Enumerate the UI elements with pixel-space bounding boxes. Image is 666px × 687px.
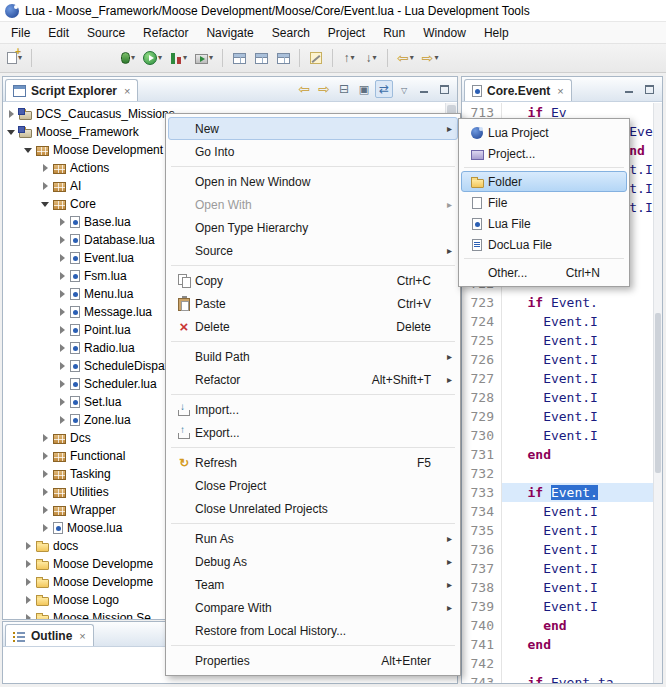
collapse-all-button[interactable]	[335, 80, 353, 98]
grid-view-button[interactable]	[251, 47, 271, 69]
expand-arrow-icon[interactable]	[58, 379, 68, 389]
expand-arrow-icon[interactable]	[41, 433, 51, 443]
focus-button[interactable]	[355, 80, 373, 98]
maximize-button[interactable]	[435, 80, 453, 98]
code-line-729[interactable]: 729 Event.I	[462, 407, 653, 426]
menu-item-close-unrelated-projects[interactable]: Close Unrelated Projects	[168, 497, 458, 520]
next-annotation-button[interactable]: ▾	[361, 47, 381, 69]
menu-item-refactor[interactable]: RefactorAlt+Shift+T▸	[168, 368, 458, 391]
tab-core-event[interactable]: Core.Event ×	[464, 79, 572, 101]
table-view-button[interactable]	[229, 47, 249, 69]
expand-arrow-icon[interactable]	[24, 577, 34, 587]
code-line-734[interactable]: 734 Event.I	[462, 502, 653, 521]
expand-arrow-icon[interactable]	[24, 613, 34, 619]
menu-item-lua-project[interactable]: Lua Project	[461, 122, 627, 143]
menu-item-compare-with[interactable]: Compare With▸	[168, 596, 458, 619]
expand-arrow-icon[interactable]	[41, 505, 51, 515]
code-line-742[interactable]: 742	[462, 654, 653, 673]
expand-arrow-icon[interactable]	[41, 163, 51, 173]
menubar-item-run[interactable]: Run	[374, 23, 414, 43]
expand-arrow-icon[interactable]	[58, 289, 68, 299]
forward-button[interactable]: ▾	[419, 47, 442, 69]
close-icon[interactable]: ×	[124, 85, 130, 97]
menu-item-team[interactable]: Team▸	[168, 573, 458, 596]
collapse-arrow-icon[interactable]	[7, 127, 17, 137]
expand-arrow-icon[interactable]	[58, 271, 68, 281]
code-line-723[interactable]: 723 if Event.	[462, 293, 653, 312]
code-line-726[interactable]: 726 Event.I	[462, 350, 653, 369]
collapse-arrow-icon[interactable]	[41, 199, 51, 209]
view-menu-button[interactable]	[395, 80, 413, 98]
menu-item-doclua-file[interactable]: DocLua File	[461, 234, 627, 255]
expand-arrow-icon[interactable]	[58, 217, 68, 227]
scrollbar-thumb[interactable]	[655, 313, 661, 473]
link-editor-button[interactable]	[375, 80, 393, 98]
expand-arrow-icon[interactable]	[41, 469, 51, 479]
expand-arrow-icon[interactable]	[58, 235, 68, 245]
code-line-741[interactable]: 741 end	[462, 635, 653, 654]
menu-item-lua-file[interactable]: Lua File	[461, 213, 627, 234]
mark-occurrences-button[interactable]	[306, 47, 326, 69]
collapse-arrow-icon[interactable]	[24, 145, 34, 155]
coverage-button[interactable]: ▾	[167, 47, 190, 69]
code-line-738[interactable]: 738 Event.I	[462, 578, 653, 597]
expand-arrow-icon[interactable]	[58, 325, 68, 335]
back-button[interactable]: ▾	[394, 47, 417, 69]
expand-arrow-icon[interactable]	[58, 253, 68, 263]
menu-item-copy[interactable]: CopyCtrl+C	[168, 269, 458, 292]
code-line-725[interactable]: 725 Event.I	[462, 331, 653, 350]
menubar-item-window[interactable]: Window	[414, 23, 475, 43]
menu-item-source[interactable]: Source▸	[168, 239, 458, 262]
code-line-730[interactable]: 730 Event.I	[462, 426, 653, 445]
menu-item-project[interactable]: Project...	[461, 143, 627, 164]
expand-arrow-icon[interactable]	[7, 109, 17, 119]
expand-arrow-icon[interactable]	[58, 343, 68, 353]
menubar-item-source[interactable]: Source	[78, 23, 134, 43]
close-icon[interactable]: ×	[557, 85, 563, 97]
code-line-732[interactable]: 732	[462, 464, 653, 483]
expand-arrow-icon[interactable]	[58, 307, 68, 317]
menu-item-build-path[interactable]: Build Path▸	[168, 345, 458, 368]
run-button[interactable]: ▾	[140, 47, 165, 69]
menu-item-open-type-hierarchy[interactable]: Open Type Hierarchy	[168, 216, 458, 239]
menubar-item-edit[interactable]: Edit	[39, 23, 78, 43]
minimize-button[interactable]	[620, 80, 638, 98]
tab-outline[interactable]: Outline ×	[5, 624, 94, 646]
code-line-739[interactable]: 739 Event.I	[462, 597, 653, 616]
menu-item-delete[interactable]: DeleteDelete	[168, 315, 458, 338]
menu-item-other[interactable]: Other...Ctrl+N	[461, 262, 627, 283]
menubar-item-search[interactable]: Search	[263, 23, 319, 43]
maximize-button[interactable]	[640, 80, 658, 98]
code-line-724[interactable]: 724 Event.I	[462, 312, 653, 331]
minimize-button[interactable]	[415, 80, 433, 98]
ext-tools-button[interactable]: ▾	[192, 47, 216, 69]
expand-arrow-icon[interactable]	[58, 415, 68, 425]
menu-item-close-project[interactable]: Close Project	[168, 474, 458, 497]
list-view-button[interactable]	[273, 47, 293, 69]
expand-arrow-icon[interactable]	[58, 361, 68, 371]
expand-arrow-icon[interactable]	[41, 487, 51, 497]
debug-button[interactable]: ▾	[118, 47, 138, 69]
expand-arrow-icon[interactable]	[24, 559, 34, 569]
menu-item-paste[interactable]: PasteCtrl+V	[168, 292, 458, 315]
menu-item-restore-from-local-history[interactable]: Restore from Local History...	[168, 619, 458, 642]
code-line-743[interactable]: 743 if Event.ta	[462, 673, 653, 683]
forward-button[interactable]	[315, 80, 333, 98]
expand-arrow-icon[interactable]	[24, 541, 34, 551]
code-line-736[interactable]: 736 Event.I	[462, 540, 653, 559]
menubar-item-navigate[interactable]: Navigate	[197, 23, 262, 43]
menu-item-export[interactable]: Export...	[168, 421, 458, 444]
menu-item-debug-as[interactable]: Debug As▸	[168, 550, 458, 573]
code-line-735[interactable]: 735 Event.I	[462, 521, 653, 540]
menu-item-new[interactable]: New▸	[168, 117, 458, 140]
expand-arrow-icon[interactable]	[58, 397, 68, 407]
menubar-item-help[interactable]: Help	[475, 23, 518, 43]
code-line-737[interactable]: 737 Event.I	[462, 559, 653, 578]
code-line-728[interactable]: 728 Event.I	[462, 388, 653, 407]
close-icon[interactable]: ×	[79, 630, 85, 642]
code-line-740[interactable]: 740 end	[462, 616, 653, 635]
menu-item-folder[interactable]: Folder	[461, 171, 627, 192]
prev-annotation-button[interactable]: ▾	[339, 47, 359, 69]
menu-item-run-as[interactable]: Run As▸	[168, 527, 458, 550]
menubar-item-project[interactable]: Project	[319, 23, 374, 43]
